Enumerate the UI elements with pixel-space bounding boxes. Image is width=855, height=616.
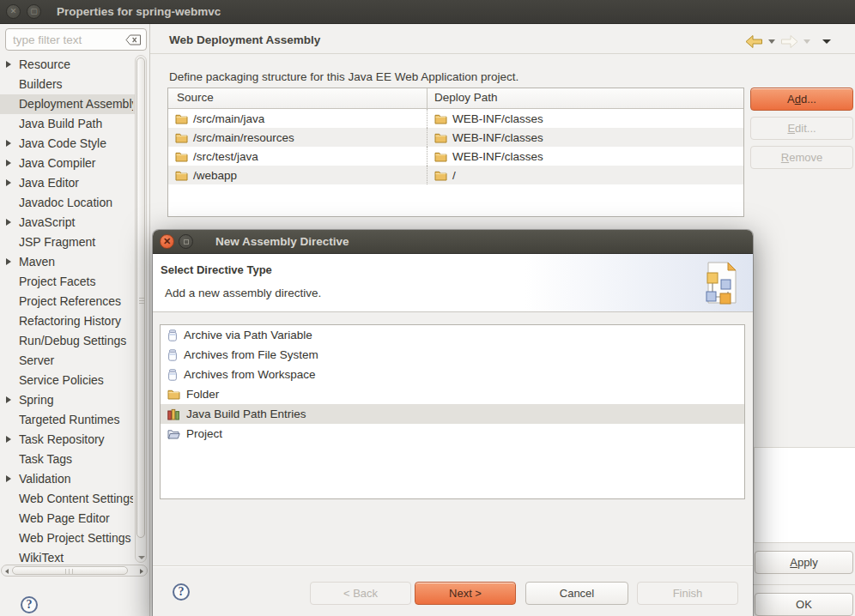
sidebar-item-resource[interactable]: Resource xyxy=(0,55,135,75)
directive-item-archives-from-workspace[interactable]: Archives from Workspace xyxy=(161,365,744,384)
assembly-table: Source Deploy Path /src/main/javaWEB-INF… xyxy=(167,88,744,217)
directive-item-label: Archives from File System xyxy=(184,348,318,361)
scroll-left-icon[interactable] xyxy=(5,569,9,574)
sidebar-item-builders[interactable]: Builders xyxy=(0,75,135,94)
scrollbar-thumb[interactable] xyxy=(136,57,145,538)
close-icon[interactable]: ✕ xyxy=(6,4,21,19)
sidebar-item-java-build-path[interactable]: Java Build Path xyxy=(0,114,135,134)
expand-arrow-icon[interactable] xyxy=(6,396,11,403)
sidebar-item-label: Java Compiler xyxy=(19,154,133,173)
table-row[interactable]: /src/main/javaWEB-INF/classes xyxy=(168,109,743,128)
sidebar-item-web-page-editor[interactable]: Web Page Editor xyxy=(0,509,135,528)
add-button[interactable]: Add... xyxy=(750,88,853,111)
directive-item-label: Archives from Workspace xyxy=(184,368,316,381)
expand-arrow-icon[interactable] xyxy=(6,140,11,147)
sidebar-item-run-debug-settings[interactable]: Run/Debug Settings xyxy=(0,331,135,351)
close-icon[interactable]: ✕ xyxy=(160,234,174,249)
directive-item-archive-via-path-variable[interactable]: Archive via Path Variable xyxy=(161,325,744,345)
sidebar-item-java-compiler[interactable]: Java Compiler xyxy=(0,154,135,173)
source-cell: /src/test/java xyxy=(193,150,258,163)
sidebar-item-label: Web Content Settings xyxy=(19,489,133,509)
expand-arrow-icon[interactable] xyxy=(6,258,11,265)
expand-arrow-icon[interactable] xyxy=(6,61,11,68)
scroll-right-icon[interactable] xyxy=(140,569,143,574)
sidebar-item-task-repository[interactable]: Task Repository xyxy=(0,430,135,450)
directive-item-project[interactable]: Project xyxy=(161,424,744,444)
folder-icon xyxy=(434,132,447,143)
dialog-titlebar: ✕ New Assembly Directive xyxy=(153,230,753,254)
expand-arrow-icon[interactable] xyxy=(6,475,11,482)
scroll-down-icon[interactable] xyxy=(138,556,145,559)
sidebar-item-web-project-settings[interactable]: Web Project Settings xyxy=(0,528,135,548)
directive-type-list: Archive via Path VariableArchives from F… xyxy=(160,324,745,499)
table-row[interactable]: /src/main/resourcesWEB-INF/classes xyxy=(168,128,743,147)
deploy-path-cell: WEB-INF/classes xyxy=(452,150,543,163)
source-cell: /src/main/resources xyxy=(193,131,294,144)
finish-button[interactable]: Finish xyxy=(637,582,738,605)
directive-item-archives-from-file-system[interactable]: Archives from File System xyxy=(161,345,744,365)
source-cell: /src/main/java xyxy=(193,112,264,125)
sidebar-item-java-editor[interactable]: Java Editor xyxy=(0,173,135,193)
sidebar-item-wikitext[interactable]: WikiText xyxy=(0,548,135,565)
remove-button[interactable]: Remove xyxy=(750,146,853,169)
directive-item-label: Java Build Path Entries xyxy=(186,408,306,420)
sidebar-item-jsp-fragment[interactable]: JSP Fragment xyxy=(0,233,135,252)
edit-button[interactable]: Edit... xyxy=(750,117,853,140)
sidebar-item-web-content-settings[interactable]: Web Content Settings xyxy=(0,489,135,509)
sidebar-item-label: Server xyxy=(19,351,133,371)
sidebar-item-service-policies[interactable]: Service Policies xyxy=(0,371,135,390)
directive-item-java-build-path-entries[interactable]: Java Build Path Entries xyxy=(161,404,744,424)
sidebar-item-spring[interactable]: Spring xyxy=(0,390,135,410)
clear-filter-icon[interactable] xyxy=(125,34,142,45)
forward-arrow-icon[interactable] xyxy=(780,34,798,49)
filter-input[interactable] xyxy=(13,33,125,46)
column-header-source[interactable]: Source xyxy=(168,88,428,108)
sidebar-item-label: Validation xyxy=(19,469,133,489)
table-header: Source Deploy Path xyxy=(168,88,743,109)
maximize-icon[interactable] xyxy=(179,234,193,249)
tree-vertical-scrollbar[interactable] xyxy=(135,55,147,563)
sidebar-item-javascript[interactable]: JavaScript xyxy=(0,213,135,233)
scrollbar-thumb[interactable] xyxy=(12,566,128,575)
sidebar-item-task-tags[interactable]: Task Tags xyxy=(0,450,135,469)
sidebar-item-maven[interactable]: Maven xyxy=(0,252,135,272)
deploy-path-cell: WEB-INF/classes xyxy=(452,131,543,144)
sidebar-item-validation[interactable]: Validation xyxy=(0,469,135,489)
help-icon[interactable]: ? xyxy=(21,596,38,613)
expand-arrow-icon[interactable] xyxy=(6,219,11,226)
column-header-deploy-path[interactable]: Deploy Path xyxy=(428,88,743,108)
help-icon[interactable]: ? xyxy=(173,583,190,601)
sidebar-item-targeted-runtimes[interactable]: Targeted Runtimes xyxy=(0,410,135,430)
sidebar-item-refactoring-history[interactable]: Refactoring History xyxy=(0,311,135,331)
next-button[interactable]: Next > xyxy=(415,582,516,605)
sidebar-item-java-code-style[interactable]: Java Code Style xyxy=(0,134,135,154)
apply-button[interactable]: Apply xyxy=(755,551,853,574)
header-divider xyxy=(150,53,855,54)
content-panel xyxy=(754,447,855,543)
expand-arrow-icon[interactable] xyxy=(6,160,11,166)
table-row[interactable]: /src/test/javaWEB-INF/classes xyxy=(168,147,743,166)
sidebar-item-project-references[interactable]: Project References xyxy=(0,292,135,311)
sidebar-item-label: Targeted Runtimes xyxy=(19,410,133,430)
table-row[interactable]: /webapp/ xyxy=(168,166,743,184)
back-arrow-icon[interactable] xyxy=(745,34,763,49)
project-icon xyxy=(167,428,180,439)
view-menu-icon[interactable] xyxy=(822,39,831,44)
wizard-heading: Select Directive Type xyxy=(161,263,272,276)
sidebar-item-label: Run/Debug Settings xyxy=(19,331,133,351)
sidebar-item-javadoc-location[interactable]: Javadoc Location xyxy=(0,193,135,213)
expand-arrow-icon[interactable] xyxy=(6,436,11,443)
directive-item-folder[interactable]: Folder xyxy=(161,384,744,404)
forward-history-dropdown-icon[interactable] xyxy=(803,39,810,44)
cancel-button[interactable]: Cancel xyxy=(525,582,628,605)
expand-arrow-icon[interactable] xyxy=(6,179,11,186)
sidebar-item-label: Project Facets xyxy=(19,272,133,292)
back-button[interactable]: < Back xyxy=(310,582,411,605)
tree-horizontal-scrollbar[interactable] xyxy=(1,565,148,577)
maximize-icon[interactable]: ▢ xyxy=(27,4,41,19)
sidebar-item-deployment-assembly[interactable]: Deployment Assembly xyxy=(0,94,135,114)
back-history-dropdown-icon[interactable] xyxy=(768,39,775,44)
sidebar-item-project-facets[interactable]: Project Facets xyxy=(0,272,135,292)
sidebar-item-server[interactable]: Server xyxy=(0,351,135,371)
ok-button[interactable]: OK xyxy=(755,593,853,616)
